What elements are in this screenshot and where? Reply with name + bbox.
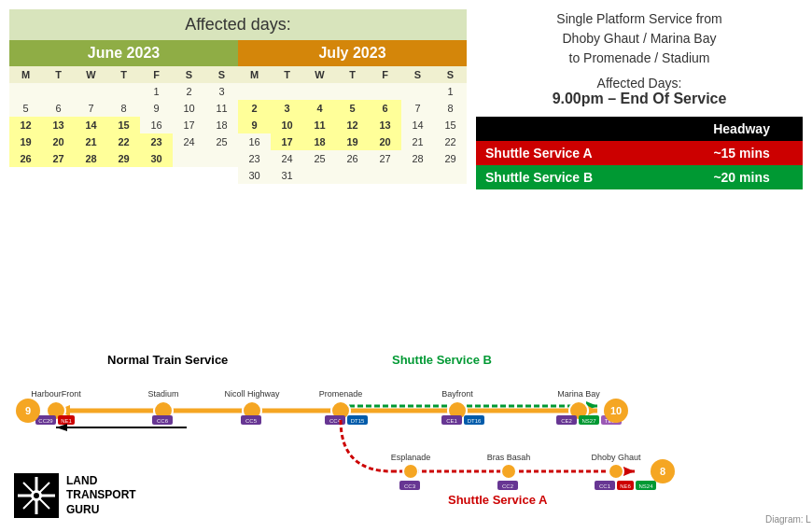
day-header-w: W (75, 66, 107, 83)
july-day-19: 19 (336, 133, 369, 150)
june-day-11: 11 (205, 100, 238, 117)
day-header-t: T (271, 66, 303, 83)
june-day-8: 8 (107, 100, 140, 117)
june-day-13: 13 (42, 117, 75, 133)
june-day-27: 27 (42, 150, 75, 167)
june-day-9: 9 (140, 100, 173, 117)
day-header-s2: S (205, 66, 238, 83)
svg-text:Esplanade: Esplanade (391, 453, 431, 462)
shuttle-a-label: Shuttle Service A (448, 493, 548, 507)
day-header-s2: S (434, 66, 467, 83)
june-day-14: 14 (75, 117, 107, 133)
shuttle-b-row: Shuttle Service B ~20 mins (476, 165, 803, 189)
svg-text:Bras Basah: Bras Basah (487, 453, 531, 462)
svg-text:DT16: DT16 (468, 418, 482, 424)
day-header-t: T (42, 66, 75, 83)
june-day-6: 6 (42, 100, 75, 117)
july-day-23: 23 (238, 150, 271, 167)
diagram-credit: Diagram: L (765, 514, 811, 525)
july-day-29: 29 (434, 150, 467, 167)
calendar-section: Affected days: June 2023 M T W T F S S 1… (9, 9, 467, 184)
svg-point-53 (501, 464, 516, 479)
svg-text:Promenade: Promenade (319, 389, 363, 399)
service-line3: to Promenade / Stadium (569, 50, 710, 65)
shuttle-a-headway: ~15 mins (680, 141, 803, 165)
day-header-t2: T (336, 66, 369, 83)
july-empty (303, 83, 336, 100)
june-day-12: 12 (9, 117, 42, 133)
svg-text:Marina Bay: Marina Bay (557, 389, 600, 399)
july-empty (238, 83, 271, 100)
june-day-24: 24 (173, 133, 205, 150)
logo-line3: GURU (66, 503, 99, 516)
svg-text:CC1: CC1 (599, 483, 611, 489)
normal-train-label: Normal Train Service (107, 353, 228, 367)
svg-text:8: 8 (660, 466, 665, 477)
june-day-17: 17 (173, 117, 205, 133)
july-day-6: 6 (369, 100, 401, 117)
july-empty (336, 83, 369, 100)
svg-point-57 (609, 464, 623, 479)
right-info-section: Single Platform Service from Dhoby Ghaut… (476, 9, 803, 189)
june-day-16: 16 (140, 117, 173, 133)
june-day-30: 30 (140, 150, 173, 167)
logo-text: LAND TRANSPORT GURU (66, 474, 136, 518)
july-empty (401, 167, 434, 184)
time-range: 9.00pm – End Of Service (476, 91, 803, 107)
june-day-3: 3 (205, 83, 238, 100)
july-day-9: 9 (238, 117, 271, 133)
day-header-m: M (9, 66, 42, 83)
service-line1: Single Platform Service from (556, 11, 721, 26)
svg-text:CC29: CC29 (38, 418, 53, 424)
july-day-20: 20 (369, 133, 401, 150)
july-day-11: 11 (303, 117, 336, 133)
june-day-empty (205, 150, 238, 167)
july-day-21: 21 (401, 133, 434, 150)
june-day-21: 21 (75, 133, 107, 150)
svg-text:CC2: CC2 (502, 483, 514, 489)
june-header: June 2023 (9, 40, 238, 66)
july-empty (303, 167, 336, 184)
june-day-23: 23 (140, 133, 173, 150)
svg-text:9: 9 (25, 405, 31, 416)
june-grid: M T W T F S S 1 2 3 5 6 7 8 9 (9, 66, 238, 167)
affected-days-right: Affected Days: (476, 76, 803, 91)
day-header-f: F (140, 66, 173, 83)
logo-svg (14, 473, 59, 518)
july-day-18: 18 (303, 133, 336, 150)
svg-text:CE2: CE2 (561, 418, 572, 424)
affected-days-title: Affected days: (9, 9, 467, 40)
day-header-w: W (303, 66, 336, 83)
july-day-31: 31 (271, 167, 303, 184)
june-day-empty (42, 83, 75, 100)
june-day-10: 10 (173, 100, 205, 117)
day-header-m: M (238, 66, 271, 83)
june-day-29: 29 (107, 150, 140, 167)
july-day-14: 14 (401, 117, 434, 133)
june-day-5: 5 (9, 100, 42, 117)
june-day-22: 22 (107, 133, 140, 150)
svg-text:CE1: CE1 (446, 418, 457, 424)
june-day-19: 19 (9, 133, 42, 150)
july-day-12: 12 (336, 117, 369, 133)
july-day-15: 15 (434, 117, 467, 133)
july-day-26: 26 (336, 150, 369, 167)
july-day-24: 24 (271, 150, 303, 167)
june-day-18: 18 (205, 117, 238, 133)
svg-text:NS24: NS24 (638, 483, 653, 489)
shuttle-col-header (476, 117, 680, 141)
july-day-7: 7 (401, 100, 434, 117)
july-day-2: 2 (238, 100, 271, 117)
day-header-t2: T (107, 66, 140, 83)
july-day-8: 8 (434, 100, 467, 117)
shuttle-b-headway: ~20 mins (680, 165, 803, 189)
july-day-10: 10 (271, 117, 303, 133)
july-empty (434, 167, 467, 184)
svg-text:CC5: CC5 (245, 418, 258, 424)
shuttle-b-label: Shuttle Service B (392, 353, 492, 367)
svg-text:Dhoby Ghaut: Dhoby Ghaut (591, 453, 641, 462)
june-day-26: 26 (9, 150, 42, 167)
july-day-28: 28 (401, 150, 434, 167)
july-day-4: 4 (303, 100, 336, 117)
july-empty (401, 83, 434, 100)
